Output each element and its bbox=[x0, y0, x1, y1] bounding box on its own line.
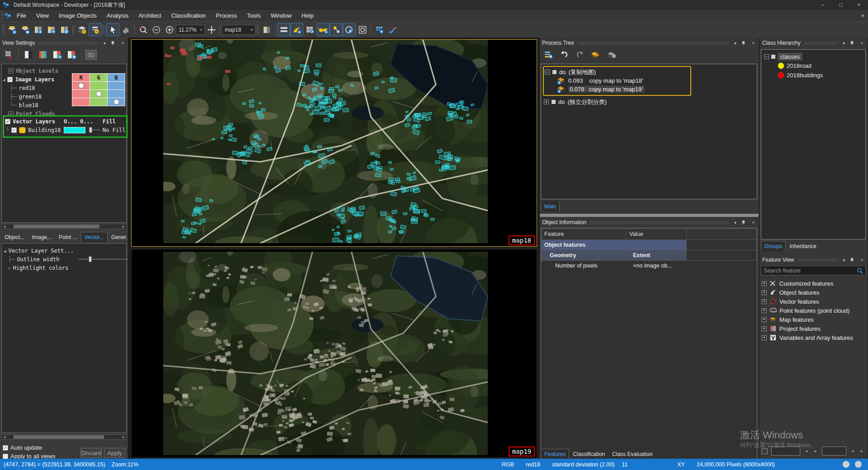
tab-classification[interactable]: Classification bbox=[569, 449, 609, 459]
red18-r-cell[interactable] bbox=[72, 81, 90, 90]
scroll-right-icon[interactable]: ▸ bbox=[121, 224, 126, 229]
discard-button[interactable]: Discard bbox=[80, 448, 102, 458]
expand-icon[interactable] bbox=[762, 290, 767, 295]
expander-icon[interactable]: ▷ bbox=[8, 266, 10, 270]
chevron-down-icon[interactable]: ▾ bbox=[841, 258, 847, 263]
fill-value[interactable]: No Fill bbox=[103, 127, 126, 133]
pan-hand-icon[interactable] bbox=[119, 23, 132, 36]
link-views-icon[interactable] bbox=[386, 23, 399, 36]
maximize-button[interactable]: □ bbox=[832, 0, 850, 10]
tab-object[interactable]: Object... bbox=[1, 232, 28, 242]
map18-view[interactable]: map18 bbox=[131, 39, 537, 247]
column-value[interactable]: Value bbox=[627, 229, 687, 240]
pan-extent-icon[interactable] bbox=[205, 23, 218, 36]
process-copy-map18[interactable]: 0.093 copy map to 'map18' bbox=[557, 76, 690, 85]
panel-drag-area[interactable] bbox=[590, 221, 729, 224]
layer-blue18[interactable]: blue18 bbox=[19, 102, 38, 108]
building18-checkbox[interactable] bbox=[11, 127, 17, 133]
spin-left-icon[interactable]: ◂ bbox=[850, 449, 855, 453]
expand-icon[interactable] bbox=[762, 317, 767, 322]
show-objects-icon[interactable] bbox=[330, 23, 343, 36]
undo-icon[interactable] bbox=[557, 48, 571, 61]
tab-inheritance[interactable]: Inheritance bbox=[786, 241, 820, 251]
close-icon[interactable]: × bbox=[750, 41, 756, 46]
expand-icon[interactable] bbox=[762, 281, 767, 286]
object-levels-checkbox[interactable] bbox=[8, 68, 14, 74]
collapse-icon[interactable] bbox=[545, 70, 550, 75]
open-workspace-icon[interactable] bbox=[19, 23, 32, 36]
value-input-1[interactable] bbox=[771, 446, 800, 456]
feature-number-of-pixels[interactable]: Number of pixels bbox=[542, 261, 627, 271]
green18-r-cell[interactable] bbox=[72, 89, 90, 98]
pin-icon[interactable] bbox=[741, 41, 747, 46]
menu-image-objects[interactable]: Image Objects bbox=[54, 10, 102, 21]
panel-splitter[interactable] bbox=[540, 214, 759, 217]
show-samples-icon[interactable] bbox=[316, 23, 330, 36]
minimize-button[interactable]: – bbox=[814, 0, 832, 10]
map19-view[interactable]: map19 bbox=[131, 249, 537, 458]
tab-class-evaluation[interactable]: Class Evaluation bbox=[609, 449, 656, 459]
layer-mixing-pane-icon[interactable] bbox=[36, 48, 49, 61]
group-row-object-features[interactable]: Object features bbox=[542, 240, 687, 250]
spin-left-icon[interactable]: ◂ bbox=[804, 449, 809, 453]
zoom-out-icon[interactable] bbox=[150, 23, 163, 36]
scroll-right-icon[interactable]: ▸ bbox=[121, 435, 126, 439]
menu-view[interactable]: View bbox=[31, 10, 54, 21]
select-cursor-icon[interactable] bbox=[106, 23, 119, 36]
tab-point[interactable]: Point ... bbox=[55, 232, 81, 242]
building18-label[interactable]: Building18 bbox=[28, 127, 61, 133]
edit-layer-mixing-icon[interactable] bbox=[2, 48, 15, 61]
panel-drag-area[interactable] bbox=[38, 42, 99, 45]
scrollbar-thumb[interactable] bbox=[14, 435, 104, 439]
blue18-g-cell[interactable] bbox=[90, 98, 108, 106]
pixel-view-icon[interactable] bbox=[303, 23, 316, 36]
scroll-left-icon[interactable]: ◂ bbox=[2, 435, 7, 439]
compare-maps-icon[interactable] bbox=[373, 23, 386, 36]
process-node-do-segment[interactable]: do (独立分割分类) bbox=[544, 98, 757, 106]
apply-button[interactable]: Apply bbox=[104, 448, 125, 458]
tab-features[interactable]: Features bbox=[541, 449, 569, 459]
feature-point-cloud[interactable]: Point features (point cloud) bbox=[762, 306, 866, 315]
feature-vector[interactable]: Vector features bbox=[762, 297, 866, 306]
pin-icon[interactable] bbox=[111, 41, 117, 46]
pin-icon[interactable] bbox=[850, 41, 856, 46]
feature-project[interactable]: Project features bbox=[762, 324, 866, 333]
load-image-icon[interactable] bbox=[5, 23, 19, 36]
single-layer-view-icon[interactable] bbox=[260, 23, 273, 36]
spin-right-icon[interactable]: ▸ bbox=[859, 449, 864, 453]
delete-process-icon[interactable] bbox=[605, 48, 618, 61]
image-layers-checkbox[interactable] bbox=[7, 77, 13, 82]
chevron-down-icon[interactable]: ▾ bbox=[732, 220, 738, 225]
spin-right-icon[interactable]: ▸ bbox=[813, 449, 818, 453]
auto-update-checkbox[interactable] bbox=[3, 445, 8, 451]
expand-icon[interactable] bbox=[762, 308, 767, 313]
view-settings-icon[interactable] bbox=[89, 23, 102, 36]
blue18-r-cell[interactable] bbox=[72, 98, 90, 106]
process-copy-map19[interactable]: 0.078copy map to 'map19' bbox=[557, 85, 690, 94]
chevron-down-icon[interactable]: ▾ bbox=[102, 41, 108, 46]
close-icon[interactable]: × bbox=[859, 258, 865, 263]
tab-vector[interactable]: Vector... bbox=[81, 232, 108, 242]
layer-green18[interactable]: green18 bbox=[19, 94, 42, 100]
menu-file[interactable]: File bbox=[12, 10, 31, 21]
zoom-in-icon[interactable] bbox=[163, 23, 176, 36]
redo-icon[interactable] bbox=[573, 48, 586, 61]
layer-stack-icon[interactable] bbox=[75, 23, 89, 36]
view-settings-list-icon[interactable] bbox=[277, 23, 290, 36]
horizontal-scrollbar[interactable]: ◂ ▸ bbox=[1, 224, 127, 229]
save-project-icon[interactable] bbox=[45, 23, 58, 36]
red18-g-cell[interactable] bbox=[90, 81, 108, 90]
feature-geometry[interactable]: Geometry bbox=[542, 250, 627, 261]
show-classification-icon[interactable] bbox=[290, 23, 303, 36]
apply-all-views-checkbox[interactable] bbox=[3, 454, 8, 459]
remove-pane-icon[interactable] bbox=[51, 48, 64, 61]
add-pane-icon[interactable] bbox=[65, 48, 78, 61]
panel-drag-area[interactable] bbox=[577, 42, 729, 45]
expander-icon[interactable]: ◢ bbox=[4, 249, 6, 253]
expand-icon[interactable] bbox=[762, 335, 767, 340]
process-node-do-copy[interactable]: do (复制地图) bbox=[545, 68, 690, 76]
chevron-down-icon[interactable]: ▾ bbox=[732, 41, 738, 46]
search-icon[interactable] bbox=[857, 268, 863, 274]
create-project-icon[interactable] bbox=[32, 23, 45, 36]
menu-help[interactable]: Help bbox=[297, 10, 319, 21]
